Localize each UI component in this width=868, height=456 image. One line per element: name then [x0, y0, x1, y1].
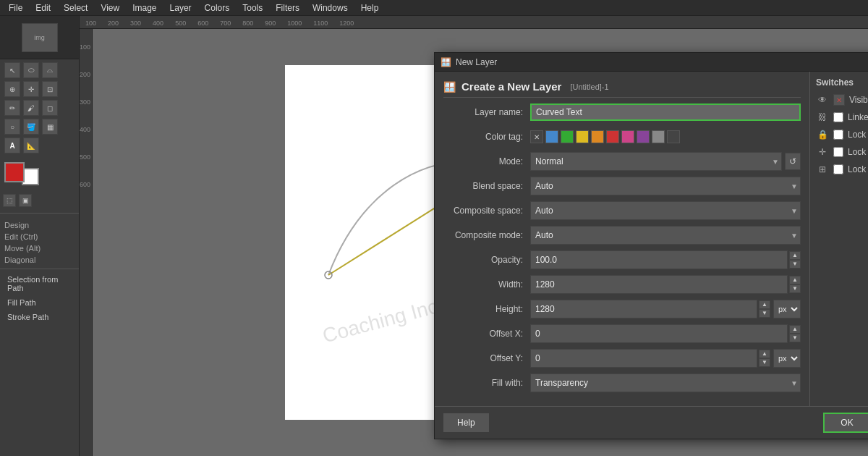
composite-mode-select[interactable]: Auto Union Clip to Backdrop [530, 226, 801, 245]
color-tag-gray[interactable] [652, 130, 665, 143]
quick-mask-icon[interactable]: ⬚ [3, 194, 16, 207]
offset-y-down-arrow[interactable]: ▼ [759, 358, 770, 367]
visible-check[interactable]: ✕ [833, 94, 845, 106]
offset-y-unit-select[interactable]: px % in [773, 349, 801, 368]
menu-layer[interactable]: Layer [164, 1, 197, 14]
fill-with-select[interactable]: Transparency Foreground color Background… [530, 373, 801, 392]
offset-y-input[interactable] [530, 349, 757, 368]
lock-alpha-label: Lock alpha [848, 164, 868, 174]
color-tag-green[interactable] [561, 130, 574, 143]
tool-eraser[interactable]: ◻ [42, 100, 58, 116]
height-up-arrow[interactable]: ▲ [759, 300, 770, 309]
color-tag-yellow[interactable] [576, 130, 589, 143]
offset-x-row: Offset X: ▲ ▼ [443, 324, 801, 344]
tool-gradient[interactable]: ▦ [42, 119, 58, 135]
mode-row: Mode: Normal Dissolve Multiply Screen Ov… [443, 151, 801, 172]
mode-refresh-button[interactable]: ↺ [785, 153, 801, 170]
offset-y-row: Offset Y: ▲ ▼ px % in [443, 348, 801, 368]
tool-move-label: Move (Alt) [0, 242, 79, 254]
width-label: Width: [443, 279, 530, 290]
tool-fuzzy-select[interactable]: ⊕ [4, 81, 20, 97]
tool-crop[interactable]: ⊡ [42, 81, 58, 97]
menu-windows[interactable]: Windows [307, 1, 354, 14]
color-tag-pink[interactable] [621, 130, 634, 143]
ok-button[interactable]: OK [823, 413, 868, 433]
opacity-down-arrow[interactable]: ▼ [789, 260, 801, 269]
linked-checkbox[interactable] [833, 112, 843, 122]
width-control: ▲ ▼ [530, 275, 801, 294]
menu-edit[interactable]: Edit [30, 1, 56, 14]
height-row: Height: ▲ ▼ px % in [443, 299, 801, 319]
menu-select[interactable]: Select [58, 1, 93, 14]
tool-arrow[interactable]: ↖ [4, 62, 20, 78]
menu-tools[interactable]: Tools [237, 1, 268, 14]
composite-space-select[interactable]: Auto Linear Perceptual [530, 201, 801, 220]
tool-dodge[interactable]: ○ [4, 119, 20, 135]
color-tag-blue[interactable] [545, 130, 558, 143]
lock-pos-icon: ✛ [816, 145, 829, 159]
tool-edit-label: Edit (Ctrl) [0, 231, 79, 242]
layer-name-input[interactable] [530, 104, 801, 121]
color-tag-orange[interactable] [591, 130, 604, 143]
composite-mode-wrapper: Auto Union Clip to Backdrop ▼ [530, 226, 801, 245]
color-tag-red[interactable] [606, 130, 619, 143]
fill-path-btn[interactable]: Fill Path [0, 295, 79, 310]
tool-lasso[interactable]: ⌓ [42, 62, 58, 78]
opacity-up-arrow[interactable]: ▲ [789, 251, 801, 260]
menu-image[interactable]: Image [127, 1, 162, 14]
menu-colors[interactable]: Colors [199, 1, 236, 14]
dialog-action-buttons: OK Cancel [823, 413, 868, 433]
mode-select[interactable]: Normal Dissolve Multiply Screen Overlay [530, 152, 782, 171]
stroke-path-btn[interactable]: Stroke Path [0, 310, 79, 324]
offset-x-down-arrow[interactable]: ▼ [789, 334, 801, 342]
height-input[interactable] [530, 300, 757, 318]
lock-pixels-checkbox[interactable] [833, 130, 843, 140]
height-unit-select[interactable]: px % in [773, 300, 801, 318]
tool-paint[interactable]: 🖌 [23, 100, 39, 116]
color-tag-purple[interactable] [637, 130, 650, 143]
height-down-arrow[interactable]: ▼ [759, 309, 770, 318]
tool-bucket[interactable]: 🪣 [23, 119, 39, 135]
menu-bar: File Edit Select View Image Layer Colors… [0, 0, 868, 16]
offset-x-up-arrow[interactable]: ▲ [789, 325, 801, 334]
lock-pixels-label: Lock pixels [848, 130, 868, 140]
menu-help[interactable]: Help [355, 1, 385, 14]
selection-from-path-btn[interactable]: Selection from Path [0, 272, 79, 295]
color-tag-dark[interactable] [667, 130, 680, 143]
tool-measure[interactable]: 📐 [23, 138, 39, 153]
menu-view[interactable]: View [95, 1, 125, 14]
offset-x-input[interactable] [530, 324, 788, 343]
lock-alpha-checkbox[interactable] [833, 164, 843, 174]
menu-file[interactable]: File [3, 1, 28, 14]
dialog-title-text: New Layer [456, 57, 868, 67]
tool-pencil[interactable]: ✏ [4, 100, 20, 116]
lock-pos-checkbox[interactable] [833, 147, 843, 157]
tool-select-ellipse[interactable]: ⬭ [23, 62, 39, 78]
width-up-arrow[interactable]: ▲ [789, 276, 801, 284]
fill-with-row: Fill with: Transparency Foreground color… [443, 373, 801, 393]
tool-text[interactable]: A [4, 138, 20, 153]
switch-linked-row: ⛓ Linked [816, 111, 868, 124]
foreground-color[interactable] [4, 162, 25, 182]
dialog-content: 🪟 Create a New Layer [Untitled]-1 Layer … [435, 72, 868, 406]
help-button[interactable]: Help [443, 413, 489, 432]
canvas-area: 100 200 300 400 500 600 700 800 900 1000… [80, 16, 868, 456]
width-input[interactable] [530, 275, 788, 294]
menu-filters[interactable]: Filters [270, 1, 305, 14]
color-tag-label: Color tag: [443, 132, 530, 142]
tool-move[interactable]: ✛ [23, 81, 39, 97]
switch-lock-alpha-row: ⊞ Lock alpha [816, 163, 868, 176]
lock-pixels-icon: 🔒 [816, 128, 829, 141]
dialog-footer: Help OK Cancel [435, 406, 868, 439]
layer-name-row: Layer name: [443, 102, 801, 122]
opacity-input[interactable] [530, 250, 788, 269]
width-down-arrow[interactable]: ▼ [789, 284, 801, 293]
dialog-header-icon: 🪟 [443, 81, 456, 93]
tool-grid: ↖ ⬭ ⌓ ⊕ ✛ ⊡ ✏ 🖌 ◻ ○ 🪣 ▦ A 📐 [0, 59, 79, 156]
color-tag-none[interactable]: ✕ [530, 130, 543, 143]
channel-icon[interactable]: ▣ [19, 194, 32, 207]
composite-space-wrapper: Auto Linear Perceptual ▼ [530, 201, 801, 220]
dialog-title-icon: 🪟 [441, 57, 451, 67]
blend-space-select[interactable]: Auto Linear Perceptual [530, 177, 801, 195]
offset-y-up-arrow[interactable]: ▲ [759, 350, 770, 358]
